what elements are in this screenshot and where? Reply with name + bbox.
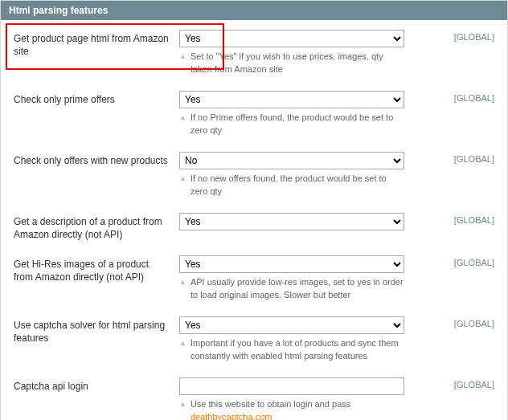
panel-body: Get product page html from Amazon site Y… <box>1 20 507 420</box>
scope-label: [GLOBAL] <box>404 30 494 42</box>
field-label: Check only offers with new products <box>14 152 179 167</box>
field-label: Check only prime offers <box>14 91 179 106</box>
field-control: Yes ▲ Important if you have a lot of pro… <box>179 316 404 363</box>
field-hires: Get Hi-Res images of a product from Amaz… <box>14 255 494 302</box>
scope-label: [GLOBAL] <box>404 213 494 225</box>
field-help: ▲ Set to "Yes" if you wish to use prices… <box>179 51 404 76</box>
scope-label: [GLOBAL] <box>404 152 494 164</box>
triangle-up-icon: ▲ <box>179 112 186 137</box>
get-html-select[interactable]: Yes <box>179 30 404 47</box>
field-label: Captcha api login <box>14 377 179 393</box>
field-control: Yes <box>179 213 404 230</box>
field-label: Get product page html from Amazon site <box>14 30 179 58</box>
field-control: ▲ Use this website to obtain login and p… <box>179 377 404 420</box>
help-text-prefix: Use this website to obtain login and pas… <box>190 399 350 409</box>
triangle-up-icon: ▲ <box>179 398 186 420</box>
field-help: ▲ API usually provide low-res images, se… <box>179 276 404 302</box>
field-control: Yes ▲ If no Prime offers found, the prod… <box>179 91 404 137</box>
field-control: Yes ▲ API usually provide low-res images… <box>179 255 404 302</box>
html-parsing-panel: Html parsing features Get product page h… <box>0 0 508 420</box>
field-help: ▲ If no new offers found, the product wo… <box>179 173 404 198</box>
prime-select[interactable]: Yes <box>179 91 404 108</box>
field-label: Get a description of a product from Amaz… <box>14 213 179 241</box>
field-control: Yes ▲ Set to "Yes" if you wish to use pr… <box>179 30 404 76</box>
field-help: ▲ Important if you have a lot of product… <box>179 337 404 363</box>
field-label: Get Hi-Res images of a product from Amaz… <box>14 255 179 283</box>
captcha-login-input[interactable] <box>179 377 404 395</box>
field-new-products: Check only offers with new products No ▲… <box>14 152 494 198</box>
field-captcha-login: Captcha api login ▲ Use this website to … <box>14 377 494 420</box>
hires-select[interactable]: Yes <box>179 255 404 273</box>
deathbycaptcha-link[interactable]: deathbycaptcha.com <box>190 412 272 420</box>
scope-label: [GLOBAL] <box>404 255 494 267</box>
scope-label: [GLOBAL] <box>404 377 494 389</box>
field-control: No ▲ If no new offers found, the product… <box>179 152 404 198</box>
triangle-up-icon: ▲ <box>179 51 186 76</box>
triangle-up-icon: ▲ <box>179 276 186 302</box>
description-select[interactable]: Yes <box>179 213 404 230</box>
triangle-up-icon: ▲ <box>179 173 186 198</box>
field-captcha-solver: Use captcha solver for html parsing feat… <box>14 316 494 363</box>
captcha-solver-select[interactable]: Yes <box>179 316 404 334</box>
field-get-html: Get product page html from Amazon site Y… <box>14 30 494 76</box>
triangle-up-icon: ▲ <box>179 337 186 363</box>
field-label: Use captcha solver for html parsing feat… <box>14 316 179 345</box>
field-prime: Check only prime offers Yes ▲ If no Prim… <box>14 91 494 137</box>
scope-label: [GLOBAL] <box>404 316 494 328</box>
field-description: Get a description of a product from Amaz… <box>14 213 494 241</box>
scope-label: [GLOBAL] <box>404 91 494 103</box>
new-products-select[interactable]: No <box>179 152 404 169</box>
panel-title: Html parsing features <box>1 1 507 20</box>
field-help: ▲ Use this website to obtain login and p… <box>179 398 404 420</box>
field-help: ▲ If no Prime offers found, the product … <box>179 112 404 137</box>
